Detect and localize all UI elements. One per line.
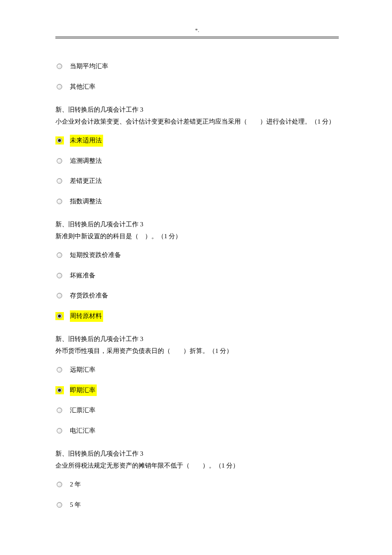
radio-icon[interactable] <box>57 138 62 143</box>
radio-icon[interactable] <box>57 199 62 204</box>
question-block: 新、旧转换后的几项会计工作 3外币货币性项目，采用资产负债表日的（ ）折算。（1… <box>55 334 339 436</box>
option-row[interactable]: 2 年 <box>55 479 339 491</box>
option-label: 远期汇率 <box>70 364 97 376</box>
option-row[interactable]: 当期平均汇率 <box>55 61 339 72</box>
option-label: 周转原材料 <box>70 310 103 322</box>
option-label: 存货跌价准备 <box>70 290 110 302</box>
option-row[interactable]: 汇票汇率 <box>55 405 339 416</box>
option-label: 电汇汇率 <box>70 425 97 437</box>
option-row[interactable]: 短期投资跌价准备 <box>55 249 339 261</box>
radio-icon[interactable] <box>57 387 62 393</box>
radio-icon[interactable] <box>57 428 62 434</box>
option-row[interactable]: 其他汇率 <box>55 81 339 93</box>
radio-icon[interactable] <box>57 367 62 373</box>
radio-icon[interactable] <box>57 482 62 487</box>
orphan-options-group: 当期平均汇率其他汇率 <box>55 61 339 92</box>
radio-wrap <box>55 427 64 435</box>
option-label: 其他汇率 <box>70 81 97 93</box>
option-label: 5 年 <box>70 499 82 511</box>
radio-icon[interactable] <box>57 252 62 258</box>
radio-wrap <box>55 177 64 185</box>
radio-wrap <box>55 406 64 414</box>
option-row[interactable]: 电汇汇率 <box>55 425 339 437</box>
radio-wrap <box>55 62 64 70</box>
question-title: 新、旧转换后的几项会计工作 3 <box>55 334 339 345</box>
option-label: 当期平均汇率 <box>70 61 110 72</box>
radio-wrap <box>55 292 64 300</box>
question-title: 新、旧转换后的几项会计工作 3 <box>55 448 339 460</box>
option-label: 追溯调整法 <box>70 155 103 167</box>
option-row[interactable]: 存货跌价准备 <box>55 290 339 302</box>
radio-icon[interactable] <box>57 84 62 90</box>
question-title: 新、旧转换后的几项会计工作 3 <box>55 219 339 230</box>
option-row[interactable]: 周转原材料 <box>55 310 339 322</box>
radio-icon[interactable] <box>57 502 62 508</box>
radio-icon[interactable] <box>57 158 62 164</box>
page: *. 当期平均汇率其他汇率 新、旧转换后的几项会计工作 3小企业对会计政策变更、… <box>0 0 392 555</box>
radio-icon[interactable] <box>57 293 62 298</box>
question-block: 新、旧转换后的几项会计工作 3企业所得税法规定无形资产的摊销年限不低于（ ）。（… <box>55 448 339 511</box>
option-row[interactable]: 坏账准备 <box>55 270 339 282</box>
questions-container: 新、旧转换后的几项会计工作 3小企业对会计政策变更、会计估计变更和会计差错更正均… <box>55 104 339 511</box>
radio-icon[interactable] <box>57 178 62 184</box>
radio-icon[interactable] <box>57 64 62 69</box>
option-row[interactable]: 指数调整法 <box>55 196 339 208</box>
option-label: 汇票汇率 <box>70 405 97 416</box>
question-text: 企业所得税法规定无形资产的摊销年限不低于（ ）。（1 分） <box>55 460 339 471</box>
option-row[interactable]: 差错更正法 <box>55 175 339 187</box>
radio-icon[interactable] <box>57 273 62 278</box>
option-label: 差错更正法 <box>70 175 103 187</box>
radio-icon[interactable] <box>57 313 62 319</box>
radio-wrap <box>55 312 64 320</box>
option-row[interactable]: 未来适用法 <box>55 135 339 147</box>
radio-wrap <box>55 136 64 145</box>
question-text: 小企业对会计政策变更、会计估计变更和会计差错更正均应当采用（ ）进行会计处理。（… <box>55 116 339 127</box>
radio-wrap <box>55 83 64 91</box>
option-label: 坏账准备 <box>70 270 97 282</box>
option-label: 指数调整法 <box>70 196 103 208</box>
option-row[interactable]: 远期汇率 <box>55 364 339 376</box>
question-block: 新、旧转换后的几项会计工作 3小企业对会计政策变更、会计估计变更和会计差错更正均… <box>55 104 339 207</box>
option-row[interactable]: 5 年 <box>55 499 339 511</box>
radio-wrap <box>55 251 64 259</box>
option-label: 未来适用法 <box>70 135 103 147</box>
radio-wrap <box>55 366 64 374</box>
radio-wrap <box>55 386 64 394</box>
option-row[interactable]: 追溯调整法 <box>55 155 339 167</box>
radio-wrap <box>55 197 64 205</box>
radio-wrap <box>55 272 64 280</box>
question-block: 新、旧转换后的几项会计工作 3新准则中新设置的的科目是（ ）。（1 分）短期投资… <box>55 219 339 322</box>
page-header: *. <box>55 26 339 37</box>
radio-icon[interactable] <box>57 408 62 413</box>
radio-wrap <box>55 501 64 509</box>
radio-wrap <box>55 157 64 165</box>
option-label: 即期汇率 <box>70 384 97 396</box>
question-title: 新、旧转换后的几项会计工作 3 <box>55 104 339 116</box>
option-label: 短期投资跌价准备 <box>70 249 122 261</box>
option-row[interactable]: 即期汇率 <box>55 384 339 396</box>
radio-wrap <box>55 480 64 489</box>
option-label: 2 年 <box>70 479 82 491</box>
question-text: 外币货币性项目，采用资产负债表日的（ ）折算。（1 分） <box>55 346 339 357</box>
question-text: 新准则中新设置的的科目是（ ）。（1 分） <box>55 231 339 242</box>
